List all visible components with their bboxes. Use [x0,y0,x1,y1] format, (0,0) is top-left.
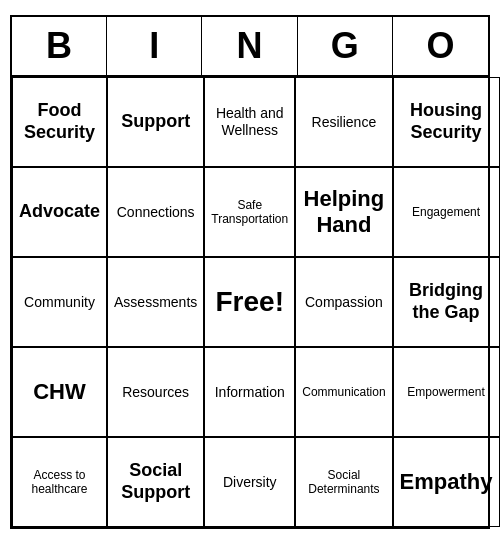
bingo-cell: Social Determinants [295,437,392,527]
bingo-cell: Community [12,257,107,347]
bingo-cell: Helping Hand [295,167,392,257]
bingo-card: BINGO Food SecuritySupportHealth and Wel… [10,15,490,529]
header-letter: I [107,17,202,75]
header-letter: B [12,17,107,75]
bingo-header: BINGO [12,17,488,77]
bingo-cell: Compassion [295,257,392,347]
bingo-cell: Engagement [393,167,500,257]
bingo-cell: Diversity [204,437,295,527]
bingo-cell: Support [107,77,204,167]
bingo-cell: Empowerment [393,347,500,437]
bingo-cell: Housing Security [393,77,500,167]
header-letter: G [298,17,393,75]
bingo-cell: Safe Transportation [204,167,295,257]
bingo-cell: Connections [107,167,204,257]
bingo-cell: Food Security [12,77,107,167]
bingo-cell: Resilience [295,77,392,167]
header-letter: O [393,17,488,75]
bingo-cell: Access to healthcare [12,437,107,527]
bingo-cell: Communication [295,347,392,437]
bingo-cell: Assessments [107,257,204,347]
bingo-cell: Health and Wellness [204,77,295,167]
bingo-cell: Information [204,347,295,437]
bingo-grid: Food SecuritySupportHealth and WellnessR… [12,77,488,527]
bingo-cell: Bridging the Gap [393,257,500,347]
bingo-cell: Free! [204,257,295,347]
bingo-cell: Social Support [107,437,204,527]
bingo-cell: Empathy [393,437,500,527]
bingo-cell: Resources [107,347,204,437]
bingo-cell: Advocate [12,167,107,257]
bingo-cell: CHW [12,347,107,437]
header-letter: N [202,17,297,75]
